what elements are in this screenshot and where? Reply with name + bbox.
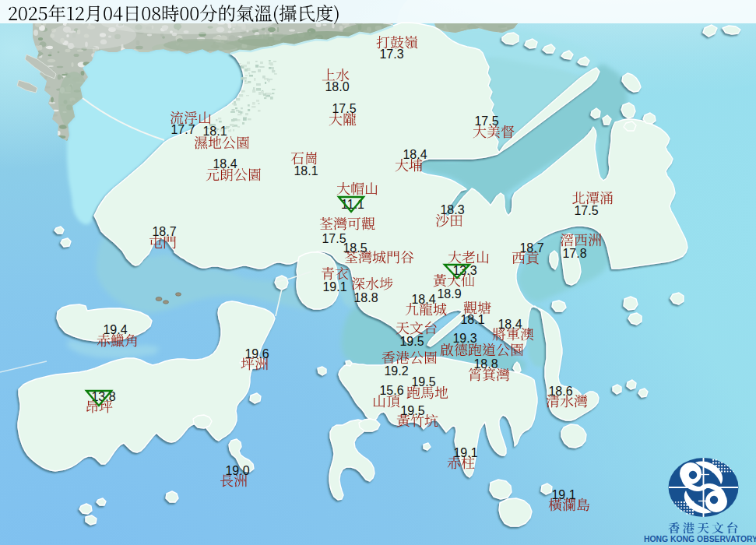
svg-text:18.1: 18.1	[202, 125, 227, 138]
svg-text:19.5: 19.5	[400, 404, 424, 417]
svg-text:17.5: 17.5	[474, 114, 498, 128]
svg-text:15.6: 15.6	[379, 384, 403, 397]
svg-text:18.4: 18.4	[403, 148, 427, 161]
svg-text:17.5: 17.5	[332, 102, 356, 115]
svg-text:18.6: 18.6	[548, 385, 572, 398]
svg-text:18.3: 18.3	[440, 203, 464, 216]
svg-text:19.6: 19.6	[244, 347, 269, 360]
svg-text:17.3: 17.3	[379, 47, 403, 61]
svg-text:18.8: 18.8	[473, 357, 498, 371]
svg-text:18.0: 18.0	[325, 80, 349, 93]
svg-text:18.1: 18.1	[460, 313, 484, 326]
svg-text:19.1: 19.1	[322, 280, 346, 294]
svg-text:17.8: 17.8	[562, 247, 586, 260]
svg-text:HONG KONG OBSERVATORY: HONG KONG OBSERVATORY	[644, 535, 756, 543]
svg-text:19.3: 19.3	[452, 332, 476, 345]
svg-text:18.4: 18.4	[411, 293, 435, 306]
svg-text:17.7: 17.7	[171, 123, 195, 136]
svg-text:18.9: 18.9	[437, 287, 461, 301]
svg-text:18.7: 18.7	[519, 241, 543, 255]
svg-text:17.5: 17.5	[574, 204, 598, 217]
svg-text:18.1: 18.1	[294, 164, 318, 178]
svg-text:18.7: 18.7	[152, 225, 176, 238]
svg-text:19.4: 19.4	[103, 323, 127, 336]
svg-text:19.5: 19.5	[399, 335, 424, 348]
svg-text:18.5: 18.5	[343, 241, 367, 255]
svg-text:18.8: 18.8	[353, 291, 378, 304]
svg-text:19.2: 19.2	[384, 364, 408, 378]
svg-text:19.5: 19.5	[411, 375, 435, 389]
svg-text:18.4: 18.4	[498, 318, 522, 331]
svg-text:19.1: 19.1	[551, 488, 575, 501]
svg-text:19.0: 19.0	[225, 464, 249, 477]
svg-text:18.4: 18.4	[213, 157, 237, 171]
svg-text:19.1: 19.1	[453, 446, 477, 459]
